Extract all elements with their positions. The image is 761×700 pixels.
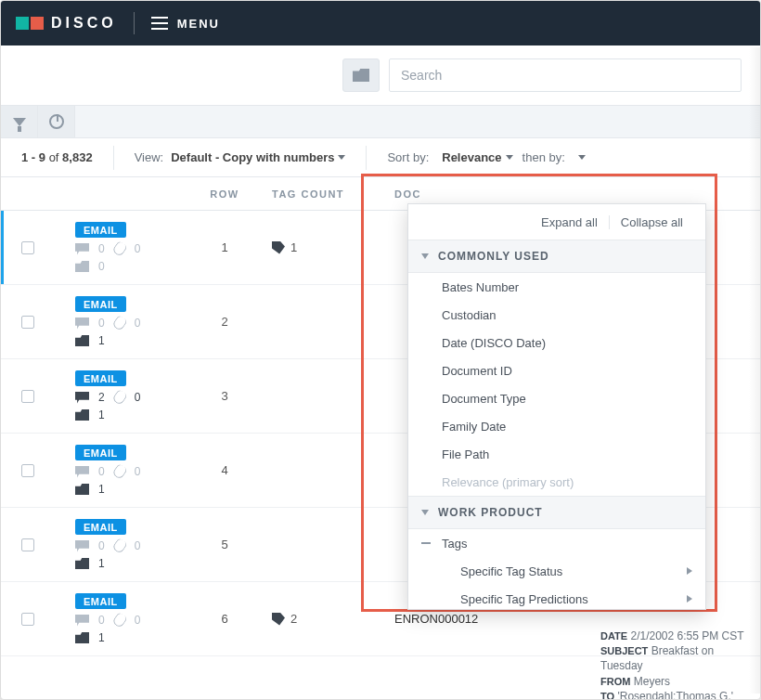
type-badge: EMAIL [75, 222, 126, 238]
row-number: 2 [185, 315, 264, 329]
brand-text: DISCO [51, 15, 117, 32]
view-selector[interactable]: Default - Copy with numbers [171, 150, 345, 164]
search-input[interactable] [389, 58, 742, 92]
comment-icon [75, 615, 89, 627]
sort-dropdown: Expand all Collapse all COMMONLY USED Ba… [407, 203, 706, 610]
top-nav: DISCO MENU [1, 1, 760, 45]
preview-peek: DATE 2/1/2002 6:55 PM CST SUBJECT Breakf… [600, 629, 749, 700]
chevron-right-icon [687, 595, 692, 603]
dd-item-disabled: Relevance (primary sort) [408, 468, 705, 496]
dd-section-common[interactable]: COMMONLY USED [408, 240, 705, 273]
controls-row: 1 - 9 of 8,832 View: Default - Copy with… [1, 138, 760, 177]
attachment-icon [111, 240, 128, 257]
folder-icon [75, 632, 89, 643]
folder-button[interactable] [342, 58, 380, 92]
folder-icon [75, 558, 89, 569]
row-checkbox[interactable] [21, 316, 34, 329]
dd-section-work[interactable]: WORK PRODUCT [408, 496, 705, 529]
folder-icon [75, 484, 89, 495]
type-badge: EMAIL [75, 445, 126, 460]
dd-item[interactable]: Custodian [408, 301, 705, 329]
row-checkbox[interactable] [21, 538, 34, 551]
dd-item[interactable]: Document ID [408, 356, 705, 384]
row-number: 1 [185, 240, 264, 254]
dd-body[interactable]: COMMONLY USED Bates NumberCustodianDate … [408, 240, 705, 609]
col-tagcount: TAG COUNT [264, 188, 374, 200]
doc-id: ENRON000012 [374, 612, 541, 626]
dd-item[interactable]: Family Date [408, 412, 705, 440]
view-label: View: [135, 150, 164, 164]
comment-icon [75, 466, 89, 478]
sort-secondary-selector[interactable] [578, 155, 586, 160]
caret-down-icon [506, 155, 513, 160]
comment-icon [75, 243, 89, 255]
row-checkbox[interactable] [21, 613, 34, 626]
attachment-icon [111, 463, 128, 480]
hamburger-icon [151, 17, 168, 30]
row-number: 4 [185, 463, 264, 477]
row-number: 3 [185, 389, 264, 403]
filter-bar [1, 105, 760, 138]
sort-label: Sort by: [387, 150, 429, 164]
divider [366, 146, 367, 170]
comment-icon [75, 392, 89, 404]
type-badge: EMAIL [75, 296, 126, 312]
expand-all-link[interactable]: Expand all [530, 215, 609, 229]
folder-icon [75, 261, 89, 272]
funnel-icon [13, 118, 26, 126]
sort-primary-selector[interactable]: Relevance [442, 150, 512, 164]
filter-button[interactable] [1, 106, 38, 137]
logo-dot-orange [31, 17, 44, 30]
then-by-label: then by: [522, 150, 565, 164]
pie-icon [49, 114, 64, 129]
sort-group: Sort by: Relevance then by: [387, 150, 585, 164]
caret-down-icon [578, 155, 586, 160]
chevron-down-icon [421, 510, 429, 515]
tag-count-cell: 2 [264, 612, 374, 626]
attachment-icon [111, 389, 128, 406]
tag-icon [272, 241, 285, 254]
brand-logo [16, 17, 44, 30]
pager: 1 - 9 of 8,832 [21, 150, 93, 164]
minus-icon [421, 542, 431, 544]
chart-button[interactable] [38, 106, 75, 137]
folder-icon [75, 409, 89, 421]
dd-item[interactable]: Bates Number [408, 273, 705, 301]
folder-icon [353, 69, 369, 82]
col-row: ROW [185, 188, 264, 200]
folder-icon [75, 335, 89, 346]
type-badge: EMAIL [75, 519, 126, 535]
divider [113, 146, 114, 170]
type-badge: EMAIL [75, 593, 126, 609]
row-number: 6 [185, 612, 264, 626]
attachment-icon [111, 612, 128, 629]
row-number: 5 [185, 538, 264, 551]
search-row [1, 45, 760, 105]
comment-icon [75, 318, 89, 330]
collapse-all-link[interactable]: Collapse all [609, 215, 694, 229]
app-frame: DISCO MENU 1 - 9 of 8,832 View: Default … [0, 0, 761, 700]
dd-item[interactable]: Date (DISCO Date) [408, 329, 705, 356]
dd-toolbar: Expand all Collapse all [408, 204, 705, 240]
chevron-down-icon [421, 253, 429, 259]
row-checkbox[interactable] [21, 464, 34, 477]
type-badge: EMAIL [75, 370, 126, 386]
chevron-right-icon [687, 567, 692, 575]
row-checkbox[interactable] [21, 390, 34, 403]
caret-down-icon [338, 155, 345, 160]
tag-icon [272, 613, 285, 626]
attachment-icon [111, 538, 128, 554]
row-checkbox[interactable] [21, 241, 34, 254]
dd-item[interactable]: File Path [408, 440, 705, 468]
dd-subitem[interactable]: Specific Tag Predictions [408, 585, 705, 609]
dd-group-tags[interactable]: Tags [408, 529, 705, 557]
selection-bar [1, 211, 4, 284]
col-doc: DOC [374, 188, 541, 200]
logo-dot-teal [16, 17, 29, 30]
dd-subitem[interactable]: Specific Tag Status [408, 557, 705, 585]
dd-item[interactable]: Document Type [408, 384, 705, 412]
divider [134, 12, 135, 34]
menu-button[interactable]: MENU [151, 17, 220, 31]
tag-count-cell: 1 [264, 240, 374, 254]
menu-label: MENU [177, 17, 220, 31]
